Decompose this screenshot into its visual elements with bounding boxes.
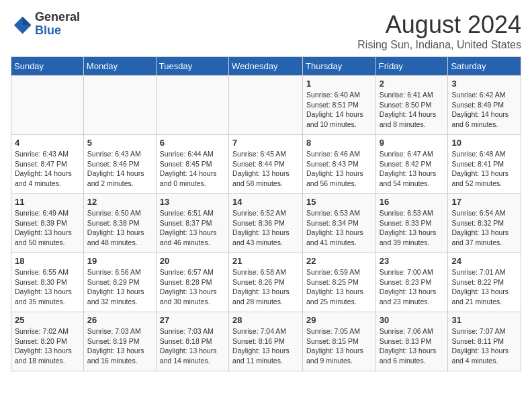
calendar-cell: 2Sunrise: 6:41 AMSunset: 8:50 PMDaylight… [375, 76, 448, 135]
day-info: Sunrise: 7:00 AMSunset: 8:23 PMDaylight:… [380, 267, 445, 307]
day-number: 22 [306, 256, 372, 266]
day-info: Sunrise: 6:53 AMSunset: 8:33 PMDaylight:… [380, 208, 445, 248]
day-info: Sunrise: 6:56 AMSunset: 8:29 PMDaylight:… [87, 267, 152, 307]
day-number: 20 [160, 256, 225, 266]
day-info: Sunrise: 6:41 AMSunset: 8:50 PMDaylight:… [380, 90, 445, 130]
day-number: 5 [87, 138, 152, 148]
day-info: Sunrise: 6:59 AMSunset: 8:25 PMDaylight:… [306, 267, 372, 307]
day-number: 19 [87, 256, 152, 266]
day-number: 4 [15, 138, 80, 148]
day-info: Sunrise: 6:49 AMSunset: 8:39 PMDaylight:… [15, 208, 80, 248]
calendar-cell: 4Sunrise: 6:43 AMSunset: 8:47 PMDaylight… [11, 135, 84, 194]
title-area: August 2024 Rising Sun, Indiana, United … [357, 11, 521, 51]
day-number: 27 [160, 315, 225, 325]
calendar-cell: 15Sunrise: 6:53 AMSunset: 8:34 PMDayligh… [303, 194, 376, 253]
month-title: August 2024 [357, 11, 521, 39]
day-info: Sunrise: 6:43 AMSunset: 8:47 PMDaylight:… [15, 149, 80, 189]
day-info: Sunrise: 6:55 AMSunset: 8:30 PMDaylight:… [15, 267, 80, 307]
week-row-2: 4Sunrise: 6:43 AMSunset: 8:47 PMDaylight… [11, 135, 521, 194]
weekday-header-thursday: Thursday [303, 57, 376, 76]
day-info: Sunrise: 6:44 AMSunset: 8:45 PMDaylight:… [160, 149, 225, 189]
day-info: Sunrise: 6:51 AMSunset: 8:37 PMDaylight:… [160, 208, 225, 248]
day-info: Sunrise: 7:02 AMSunset: 8:20 PMDaylight:… [15, 326, 80, 366]
day-info: Sunrise: 7:05 AMSunset: 8:15 PMDaylight:… [306, 326, 372, 366]
calendar-cell: 13Sunrise: 6:51 AMSunset: 8:37 PMDayligh… [156, 194, 228, 253]
day-number: 7 [232, 138, 299, 148]
calendar-cell: 26Sunrise: 7:03 AMSunset: 8:19 PMDayligh… [83, 312, 156, 371]
day-number: 14 [232, 197, 299, 207]
day-number: 18 [15, 256, 80, 266]
day-number: 12 [87, 197, 152, 207]
day-info: Sunrise: 6:54 AMSunset: 8:32 PMDaylight:… [451, 208, 517, 248]
day-info: Sunrise: 6:50 AMSunset: 8:38 PMDaylight:… [87, 208, 152, 248]
day-info: Sunrise: 7:06 AMSunset: 8:13 PMDaylight:… [380, 326, 445, 366]
page-header: General Blue August 2024 Rising Sun, Ind… [11, 11, 521, 51]
weekday-header-monday: Monday [83, 57, 156, 76]
svg-marker-1 [23, 17, 32, 26]
day-info: Sunrise: 6:48 AMSunset: 8:41 PMDaylight:… [451, 149, 517, 189]
calendar-cell: 14Sunrise: 6:52 AMSunset: 8:36 PMDayligh… [229, 194, 303, 253]
week-row-5: 25Sunrise: 7:02 AMSunset: 8:20 PMDayligh… [11, 312, 521, 371]
calendar-cell: 1Sunrise: 6:40 AMSunset: 8:51 PMDaylight… [303, 76, 376, 135]
day-number: 13 [160, 197, 225, 207]
calendar-cell: 8Sunrise: 6:46 AMSunset: 8:43 PMDaylight… [303, 135, 376, 194]
day-info: Sunrise: 6:42 AMSunset: 8:49 PMDaylight:… [451, 90, 517, 130]
day-info: Sunrise: 7:07 AMSunset: 8:11 PMDaylight:… [451, 326, 517, 366]
weekday-header-tuesday: Tuesday [156, 57, 228, 76]
day-info: Sunrise: 6:53 AMSunset: 8:34 PMDaylight:… [306, 208, 372, 248]
calendar-cell: 18Sunrise: 6:55 AMSunset: 8:30 PMDayligh… [11, 253, 84, 312]
day-number: 16 [380, 197, 445, 207]
calendar-cell [83, 76, 156, 135]
calendar-cell: 3Sunrise: 6:42 AMSunset: 8:49 PMDaylight… [448, 76, 521, 135]
location-title: Rising Sun, Indiana, United States [357, 39, 521, 51]
weekday-header-saturday: Saturday [448, 57, 521, 76]
calendar-cell: 17Sunrise: 6:54 AMSunset: 8:32 PMDayligh… [448, 194, 521, 253]
logo-text: General Blue [35, 11, 80, 38]
calendar-cell: 21Sunrise: 6:58 AMSunset: 8:26 PMDayligh… [229, 253, 303, 312]
logo: General Blue [11, 11, 80, 38]
calendar-cell: 29Sunrise: 7:05 AMSunset: 8:15 PMDayligh… [303, 312, 376, 371]
calendar-cell: 11Sunrise: 6:49 AMSunset: 8:39 PMDayligh… [11, 194, 84, 253]
calendar-cell: 6Sunrise: 6:44 AMSunset: 8:45 PMDaylight… [156, 135, 228, 194]
day-number: 9 [380, 138, 445, 148]
day-number: 26 [87, 315, 152, 325]
day-info: Sunrise: 6:45 AMSunset: 8:44 PMDaylight:… [232, 149, 299, 189]
day-number: 31 [451, 315, 517, 325]
day-info: Sunrise: 7:03 AMSunset: 8:19 PMDaylight:… [87, 326, 152, 366]
calendar-cell: 12Sunrise: 6:50 AMSunset: 8:38 PMDayligh… [83, 194, 156, 253]
weekday-header-row: SundayMondayTuesdayWednesdayThursdayFrid… [11, 57, 521, 76]
calendar-table: SundayMondayTuesdayWednesdayThursdayFrid… [11, 56, 521, 371]
week-row-3: 11Sunrise: 6:49 AMSunset: 8:39 PMDayligh… [11, 194, 521, 253]
weekday-header-friday: Friday [375, 57, 448, 76]
day-number: 30 [380, 315, 445, 325]
day-info: Sunrise: 6:47 AMSunset: 8:42 PMDaylight:… [380, 149, 445, 189]
day-info: Sunrise: 6:43 AMSunset: 8:46 PMDaylight:… [87, 149, 152, 189]
calendar-cell: 25Sunrise: 7:02 AMSunset: 8:20 PMDayligh… [11, 312, 84, 371]
day-number: 15 [306, 197, 372, 207]
day-info: Sunrise: 6:58 AMSunset: 8:26 PMDaylight:… [232, 267, 299, 307]
weekday-header-wednesday: Wednesday [229, 57, 303, 76]
day-number: 10 [451, 138, 517, 148]
calendar-cell: 27Sunrise: 7:03 AMSunset: 8:18 PMDayligh… [156, 312, 228, 371]
calendar-cell: 9Sunrise: 6:47 AMSunset: 8:42 PMDaylight… [375, 135, 448, 194]
calendar-cell: 5Sunrise: 6:43 AMSunset: 8:46 PMDaylight… [83, 135, 156, 194]
day-number: 23 [380, 256, 445, 266]
calendar-cell [11, 76, 84, 135]
day-number: 24 [451, 256, 517, 266]
day-info: Sunrise: 6:57 AMSunset: 8:28 PMDaylight:… [160, 267, 225, 307]
day-number: 21 [232, 256, 299, 266]
day-number: 6 [160, 138, 225, 148]
calendar-cell: 19Sunrise: 6:56 AMSunset: 8:29 PMDayligh… [83, 253, 156, 312]
calendar-cell: 23Sunrise: 7:00 AMSunset: 8:23 PMDayligh… [375, 253, 448, 312]
calendar-cell [229, 76, 303, 135]
day-number: 1 [306, 79, 372, 89]
day-info: Sunrise: 6:52 AMSunset: 8:36 PMDaylight:… [232, 208, 299, 248]
week-row-4: 18Sunrise: 6:55 AMSunset: 8:30 PMDayligh… [11, 253, 521, 312]
week-row-1: 1Sunrise: 6:40 AMSunset: 8:51 PMDaylight… [11, 76, 521, 135]
calendar-cell: 10Sunrise: 6:48 AMSunset: 8:41 PMDayligh… [448, 135, 521, 194]
day-info: Sunrise: 7:04 AMSunset: 8:16 PMDaylight:… [232, 326, 299, 366]
calendar-cell: 28Sunrise: 7:04 AMSunset: 8:16 PMDayligh… [229, 312, 303, 371]
day-number: 8 [306, 138, 372, 148]
calendar-cell: 16Sunrise: 6:53 AMSunset: 8:33 PMDayligh… [375, 194, 448, 253]
weekday-header-sunday: Sunday [11, 57, 84, 76]
